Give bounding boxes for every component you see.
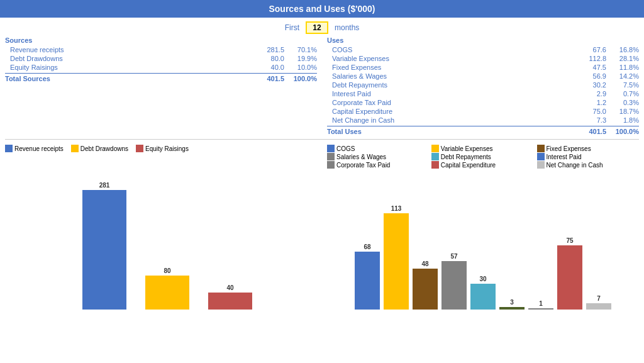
bar-group: 3 (499, 299, 525, 310)
sources-row-pct: 70.1% (284, 46, 317, 53)
legend-label: Debt Repayments (441, 154, 491, 160)
uses-total-pct: 100.0% (606, 128, 639, 135)
sources-row-pct: 19.9% (284, 55, 317, 62)
bar-label: 48 (421, 260, 428, 267)
uses-total-label: Total Uses (327, 128, 574, 135)
uses-legend: COGSVariable ExpensesFixed ExpensesSalar… (327, 145, 639, 169)
uses-row-label: Capital Expenditure (327, 108, 574, 115)
bar-rect (82, 190, 126, 310)
bar-rect (441, 261, 467, 310)
bar-group: 80 (145, 267, 189, 310)
bar-rect (384, 213, 409, 310)
legend-swatch (431, 153, 439, 160)
legend-label: Fixed Expenses (547, 145, 591, 152)
legend-label: Capital Expenditure (441, 162, 496, 169)
legend-label: Net Change in Cash (547, 162, 603, 169)
sources-row-value: 80.0 (252, 55, 284, 62)
uses-row-value: 7.3 (574, 116, 606, 124)
legend-item: Debt Repayments (431, 153, 532, 160)
bar-label: 3 (510, 299, 514, 306)
legend-swatch (136, 145, 143, 152)
uses-row-value: 75.0 (574, 108, 606, 115)
uses-row-pct: 0.7% (606, 90, 639, 98)
bar-label: 80 (164, 267, 170, 274)
legend-item: Interest Paid (537, 153, 639, 160)
legend-label: Debt Drawdowns (80, 145, 128, 152)
sources-legend: Revenue receiptsDebt DrawdownsEquity Rai… (5, 145, 317, 152)
sources-table: Sources Revenue receipts 281.5 70.1% Deb… (5, 36, 317, 137)
bar-group: 68 (355, 243, 380, 310)
uses-row-value: 30.2 (574, 81, 606, 89)
months-prefix-label: First (285, 23, 299, 32)
uses-bar-chart: 68 113 48 57 30 3 1 75 7 (327, 171, 639, 312)
uses-row-value: 67.6 (574, 46, 606, 53)
sources-rows: Revenue receipts 281.5 70.1% Debt Drawdo… (5, 45, 317, 72)
legend-item: Variable Expenses (431, 145, 532, 152)
uses-row-value: 47.5 (574, 64, 606, 71)
bar-rect (413, 269, 438, 310)
uses-row-label: Interest Paid (327, 90, 574, 98)
bar-rect (355, 252, 380, 310)
sources-row-label: Equity Raisings (5, 64, 252, 71)
uses-row-pct: 11.8% (606, 64, 639, 71)
months-input[interactable]: 12 (306, 21, 328, 34)
bar-label: 7 (597, 295, 601, 302)
uses-row-value: 112.8 (574, 55, 606, 62)
legend-label: Corporate Tax Paid (336, 162, 390, 169)
uses-row-label: Corporate Tax Paid (327, 99, 574, 106)
uses-row-pct: 16.8% (606, 46, 639, 53)
uses-row-label: COGS (327, 46, 574, 53)
uses-row-value: 56.9 (574, 72, 606, 80)
sources-header: Sources (5, 36, 317, 44)
uses-row-label: Net Change in Cash (327, 116, 574, 124)
bar-rect (586, 303, 611, 310)
uses-row-label: Debt Repayments (327, 81, 574, 89)
bar-rect (208, 293, 252, 310)
legend-label: COGS (336, 145, 355, 152)
sources-total-label: Total Sources (5, 75, 252, 82)
sources-row-label: Debt Drawdowns (5, 55, 252, 62)
legend-swatch (537, 153, 545, 160)
legend-item: Revenue receipts (5, 145, 64, 152)
sources-row-value: 281.5 (252, 46, 284, 53)
uses-row-pct: 1.8% (606, 116, 639, 124)
bar-group: 75 (557, 237, 582, 310)
bar-label: 113 (391, 205, 402, 212)
legend-swatch (537, 145, 545, 152)
sources-total-row: Total Sources 401.5 100.0% (5, 73, 317, 84)
bar-rect (145, 276, 189, 310)
legend-swatch (327, 153, 335, 160)
sources-row: Revenue receipts 281.5 70.1% (5, 45, 317, 54)
uses-row: COGS 67.6 16.8% (327, 45, 639, 54)
bar-group: 48 (413, 260, 438, 310)
bar-group: 40 (208, 284, 252, 310)
sources-chart: Revenue receiptsDebt DrawdownsEquity Rai… (5, 145, 317, 312)
tables-section: Sources Revenue receipts 281.5 70.1% Deb… (0, 36, 644, 137)
legend-item: Debt Drawdowns (71, 145, 128, 152)
bar-rect (470, 284, 496, 310)
legend-swatch (71, 145, 79, 152)
bar-rect (528, 308, 553, 310)
uses-row: Corporate Tax Paid 1.2 0.3% (327, 98, 639, 107)
legend-item: COGS (327, 145, 426, 152)
uses-total-row: Total Uses 401.5 100.0% (327, 126, 639, 137)
page-title: Sources and Uses ($'000) (0, 0, 644, 18)
legend-swatch (5, 145, 13, 152)
legend-swatch (327, 161, 335, 169)
uses-chart: COGSVariable ExpensesFixed ExpensesSalar… (327, 145, 639, 312)
sources-row-pct: 10.0% (284, 64, 317, 71)
legend-item: Fixed Expenses (537, 145, 639, 152)
sources-row-label: Revenue receipts (5, 46, 252, 53)
uses-row-value: 1.2 (574, 99, 606, 106)
legend-item: Equity Raisings (136, 145, 189, 152)
sources-total-pct: 100.0% (284, 75, 317, 82)
legend-item: Capital Expenditure (431, 161, 532, 169)
legend-item: Corporate Tax Paid (327, 161, 426, 169)
bar-label: 68 (364, 243, 370, 250)
uses-row: Debt Repayments 30.2 7.5% (327, 81, 639, 89)
bar-label: 40 (226, 284, 233, 291)
uses-header: Uses (327, 36, 639, 44)
bar-group: 1 (528, 300, 553, 310)
uses-row: Capital Expenditure 75.0 18.7% (327, 107, 639, 116)
uses-table: Uses COGS 67.6 16.8% Variable Expenses 1… (327, 36, 639, 137)
